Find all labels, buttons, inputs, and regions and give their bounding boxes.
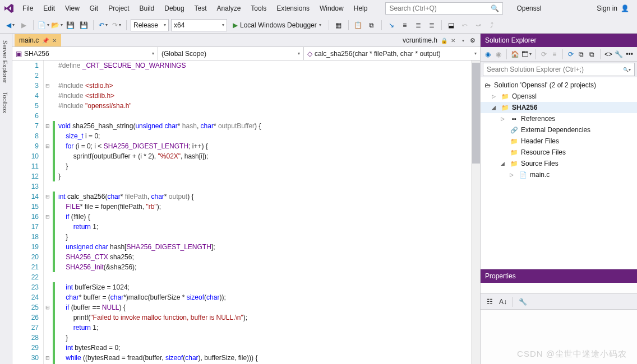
props-wrench-icon[interactable]: 🔧	[517, 296, 528, 307]
vertical-scrollbar[interactable]	[471, 60, 480, 364]
solution-explorer-toolbar: ◉ ◉ 🏠 🗔▾ ⟳ ≡ ⟳ ⧉ ⧉ <> 🔧 •••	[481, 47, 637, 62]
close-icon[interactable]: ✕	[52, 38, 57, 44]
pin-icon[interactable]: 📌	[42, 38, 49, 44]
se-switch-icon[interactable]: 🗔▾	[521, 49, 532, 60]
menu-git[interactable]: Git	[85, 2, 103, 15]
menu-test[interactable]: Test	[190, 2, 211, 15]
menu-items: FileEditViewGitProjectBuildDebugTestAnal…	[18, 2, 372, 15]
se-collapse-icon[interactable]: ⧉	[578, 49, 586, 60]
se-sync-icon[interactable]: ⟳	[540, 49, 548, 60]
menu-project[interactable]: Project	[104, 2, 133, 15]
tree-item[interactable]: ◢📁Source Files	[481, 158, 637, 169]
tree-item[interactable]: 📁Resource Files	[481, 147, 637, 158]
tree-item[interactable]: ▷📁Openssl	[481, 91, 637, 102]
menu-tools[interactable]: Tools	[246, 2, 271, 15]
new-button[interactable]: 📄▾	[38, 20, 49, 31]
tb-icon-1[interactable]: ▦	[333, 20, 344, 31]
code-lines[interactable]: #define _CRT_SECURE_NO_WARNINGS#include …	[56, 60, 471, 364]
lock-icon: 🔒	[441, 38, 447, 44]
nav-bar: ▣SHA256▾ (Global Scope)▾ ◇calc_sha256(ch…	[12, 47, 480, 60]
props-cat-icon[interactable]: ☷	[484, 296, 495, 307]
solution-search-input[interactable]	[487, 66, 621, 73]
quick-launch-result[interactable]: Openssl	[511, 3, 547, 14]
open-button[interactable]: 📂▾	[51, 20, 62, 31]
save-all-button[interactable]: 💾	[78, 20, 89, 31]
props-az-icon[interactable]: A↓	[497, 296, 509, 307]
config-dropdown[interactable]: Release▾	[131, 19, 169, 31]
search-dropdown-icon[interactable]: 🔍▾	[623, 67, 631, 72]
change-marker-column	[52, 60, 56, 364]
tb-icon-8[interactable]: ⬓	[446, 20, 457, 31]
tb-icon-6[interactable]: ≣	[413, 20, 424, 31]
menubar: FileEditViewGitProjectBuildDebugTestAnal…	[0, 0, 637, 17]
undo-button[interactable]: ↶▾	[98, 20, 109, 31]
se-home-icon[interactable]: 🏠	[511, 49, 519, 60]
menu-extensions[interactable]: Extensions	[272, 2, 314, 15]
start-debug-button[interactable]: ▶ Local Windows Debugger▾	[229, 21, 325, 29]
search-box[interactable]: 🔍	[385, 2, 503, 15]
solution-tree[interactable]: 🗁 Solution 'Openssl' (2 of 2 projects) ▷…	[481, 77, 637, 269]
menu-build[interactable]: Build	[135, 2, 159, 15]
tb-icon-11[interactable]: ⤴	[486, 20, 497, 31]
tb-icon-2[interactable]: 📋	[353, 20, 364, 31]
close-icon[interactable]: ✕	[451, 38, 455, 44]
sign-in-button[interactable]: Sign in 👤	[591, 2, 635, 15]
solution-explorer-header: Solution Explorer	[481, 34, 637, 47]
nav-project[interactable]: ▣SHA256▾	[12, 47, 158, 60]
tb-icon-9[interactable]: ⤺	[459, 20, 470, 31]
fold-column[interactable]: ⊟⊟⊟⊟⊟⊟⊟	[44, 60, 52, 364]
menu-window[interactable]: Window	[315, 2, 348, 15]
menu-view[interactable]: View	[61, 2, 84, 15]
se-showall-icon[interactable]: ⧉	[588, 49, 596, 60]
menu-debug[interactable]: Debug	[160, 2, 188, 15]
se-code-icon[interactable]: <>	[604, 49, 613, 60]
person-icon: 👤	[621, 4, 629, 12]
se-wrench-icon[interactable]: 🔧	[615, 49, 623, 60]
nav-scope[interactable]: (Global Scope)▾	[158, 47, 304, 60]
se-more-icon[interactable]: •••	[625, 49, 634, 60]
tb-icon-7[interactable]: ≣	[426, 20, 437, 31]
menu-analyze[interactable]: Analyze	[213, 2, 246, 15]
forward-button[interactable]: ▶	[18, 20, 29, 31]
menu-file[interactable]: File	[18, 2, 38, 15]
properties-toolbar: ☷ A↓ 🔧	[481, 294, 637, 310]
redo-button[interactable]: ↷▾	[111, 20, 122, 31]
platform-dropdown[interactable]: x64▾	[171, 19, 227, 31]
tabs-dropdown-icon[interactable]: ▾	[462, 38, 464, 43]
tree-item[interactable]: 📁Header Files	[481, 136, 637, 147]
editor-area: main.c 📌 ✕ vcruntime.h 🔒 ✕ ▾ ⚙ ▣SHA256▾ …	[12, 34, 480, 364]
se-back-icon[interactable]: ◉	[484, 49, 492, 60]
gear-icon[interactable]: ⚙	[470, 37, 476, 44]
search-icon[interactable]: 🔍	[491, 4, 499, 12]
toolbar: ◀▾ ▶ 📄▾ 📂▾ 💾 💾 ↶▾ ↷▾ Release▾ x64▾ ▶ Loc…	[0, 17, 637, 34]
tree-item[interactable]: ◢📁SHA256	[481, 102, 637, 113]
tree-item[interactable]: ▷📄main.c	[481, 169, 637, 180]
tb-icon-10[interactable]: ⤻	[473, 20, 484, 31]
tree-solution[interactable]: 🗁 Solution 'Openssl' (2 of 2 projects)	[481, 80, 637, 91]
menu-edit[interactable]: Edit	[39, 2, 59, 15]
solution-search[interactable]: 🔍▾	[483, 63, 635, 76]
vtab-toolbox[interactable]: Toolbox	[0, 87, 12, 118]
nav-member[interactable]: ◇calc_sha256(char * filePath, char * out…	[304, 47, 480, 60]
tb-icon-3[interactable]: ⧉	[366, 20, 377, 31]
se-refresh-icon[interactable]: ⟳	[567, 49, 575, 60]
scrollbar-thumb[interactable]	[472, 63, 480, 164]
tree-item[interactable]: ▷▪▪References	[481, 113, 637, 124]
search-input[interactable]	[389, 4, 491, 12]
tb-icon-5[interactable]: ≡	[399, 20, 410, 31]
vtab-server-explorer[interactable]: Server Explorer	[0, 36, 12, 87]
tab-main-c[interactable]: main.c 📌 ✕	[15, 34, 61, 46]
menu-help[interactable]: Help	[349, 2, 372, 15]
save-button[interactable]: 💾	[64, 20, 76, 31]
se-filter-icon[interactable]: ≡	[550, 49, 558, 60]
back-button[interactable]: ◀▾	[4, 20, 16, 31]
vs-logo-icon	[2, 2, 16, 15]
se-fwd-icon[interactable]: ◉	[495, 49, 503, 60]
tab-vcruntime[interactable]: vcruntime.h 🔒 ✕ ▾ ⚙	[398, 34, 480, 46]
file-tab-bar: main.c 📌 ✕ vcruntime.h 🔒 ✕ ▾ ⚙	[12, 34, 480, 47]
tb-icon-4[interactable]: ↘	[386, 20, 397, 31]
right-sidebar: Solution Explorer ◉ ◉ 🏠 🗔▾ ⟳ ≡ ⟳ ⧉ ⧉ <> …	[480, 34, 637, 364]
code-editor[interactable]: 1234567891011121314151617181920212223242…	[12, 60, 480, 364]
properties-header: Properties	[481, 269, 637, 283]
tree-item[interactable]: 🔗External Dependencies	[481, 124, 637, 136]
